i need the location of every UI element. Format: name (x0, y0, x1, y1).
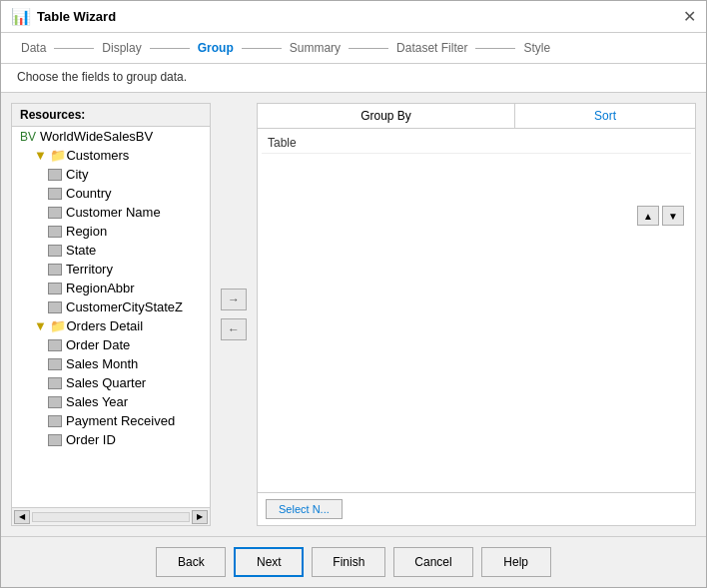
field-icon (48, 188, 62, 200)
field-sales-quarter[interactable]: Sales Quarter (12, 373, 210, 392)
folder-icon: ▼ 📁 (34, 148, 66, 163)
scroll-right-btn[interactable]: ▶ (192, 510, 208, 524)
move-up-button[interactable]: ▲ (637, 206, 659, 226)
folder-icon: ▼ 📁 (34, 318, 66, 333)
step-dataset-filter[interactable]: Dataset Filter (392, 41, 471, 55)
next-button[interactable]: Next (234, 547, 304, 577)
orders-detail-label: Orders Detail (66, 318, 143, 333)
field-icon (48, 415, 62, 427)
field-icon (48, 339, 62, 351)
field-icon (48, 226, 62, 238)
step-display[interactable]: Display (98, 41, 145, 55)
field-icon (48, 434, 62, 446)
resources-panel: Resources: BV WorldWideSalesBV ▼ 📁 Custo… (11, 103, 211, 526)
field-order-id[interactable]: Order ID (12, 430, 210, 449)
select-n-button[interactable]: Select N... (266, 499, 343, 519)
step-summary[interactable]: Summary (286, 41, 345, 55)
sort-header[interactable]: Sort (515, 104, 695, 128)
field-icon (48, 264, 62, 276)
field-order-date[interactable]: Order Date (12, 335, 210, 354)
field-icon (48, 377, 62, 389)
dialog-title: Table Wizard (37, 9, 116, 24)
customers-label: Customers (66, 148, 129, 163)
datasource-label: WorldWideSalesBV (40, 129, 153, 144)
group-by-header: Group By (258, 104, 515, 128)
scroll-left-btn[interactable]: ◀ (14, 510, 30, 524)
orders-detail-group[interactable]: ▼ 📁 Orders Detail (12, 316, 210, 335)
step-data[interactable]: Data (17, 41, 50, 55)
field-icon (48, 207, 62, 219)
field-city[interactable]: City (12, 165, 210, 184)
select-n-area: Select N... (258, 492, 695, 525)
back-button[interactable]: Back (156, 547, 226, 577)
cancel-button[interactable]: Cancel (393, 547, 472, 577)
field-payment-received[interactable]: Payment Received (12, 411, 210, 430)
field-icon (48, 169, 62, 181)
field-country[interactable]: Country (12, 184, 210, 203)
step-style[interactable]: Style (519, 41, 554, 55)
field-regionabbr[interactable]: RegionAbbr (12, 279, 210, 297)
help-button[interactable]: Help (481, 547, 551, 577)
close-button[interactable]: ✕ (683, 9, 696, 25)
field-icon (48, 301, 62, 313)
reorder-buttons: ▲ ▼ (637, 206, 684, 226)
table-wizard-dialog: 📊 Table Wizard ✕ Data Display Group Summ… (0, 0, 707, 588)
table-row[interactable]: Table (262, 133, 691, 154)
horizontal-scrollbar[interactable]: ◀ ▶ (12, 507, 210, 525)
group-by-table: Table (258, 129, 695, 492)
field-icon (48, 245, 62, 257)
tree-container[interactable]: BV WorldWideSalesBV ▼ 📁 Customers City (12, 127, 210, 507)
field-sales-year[interactable]: Sales Year (12, 392, 210, 411)
move-down-button[interactable]: ▼ (662, 206, 684, 226)
wizard-icon: 📊 (11, 7, 31, 26)
subtitle: Choose the fields to group data. (1, 64, 706, 93)
customers-group[interactable]: ▼ 📁 Customers (12, 146, 210, 165)
bv-icon: BV (20, 130, 36, 144)
field-icon (48, 283, 62, 294)
field-sales-month[interactable]: Sales Month (12, 354, 210, 373)
field-state[interactable]: State (12, 241, 210, 260)
step-group[interactable]: Group (194, 41, 238, 55)
title-bar: 📊 Table Wizard ✕ (1, 1, 706, 33)
group-by-panel: Group By Sort Table Select N... (257, 103, 696, 526)
field-region[interactable]: Region (12, 222, 210, 241)
transfer-arrows: → ← (219, 103, 249, 526)
field-customercitystatez[interactable]: CustomerCityStateZ (12, 297, 210, 316)
datasource-node[interactable]: BV WorldWideSalesBV (12, 127, 210, 146)
field-icon (48, 396, 62, 408)
field-icon (48, 358, 62, 370)
button-bar: Back Next Finish Cancel Help (1, 536, 706, 587)
scroll-track[interactable] (32, 512, 190, 522)
move-right-arrow[interactable]: → (221, 289, 247, 310)
finish-button[interactable]: Finish (312, 547, 385, 577)
wizard-steps: Data Display Group Summary Dataset Filte… (1, 33, 706, 64)
field-territory[interactable]: Territory (12, 260, 210, 279)
field-customer-name[interactable]: Customer Name (12, 203, 210, 222)
resources-label: Resources: (12, 104, 210, 127)
move-left-arrow[interactable]: ← (221, 318, 247, 340)
column-headers: Group By Sort (258, 104, 695, 129)
